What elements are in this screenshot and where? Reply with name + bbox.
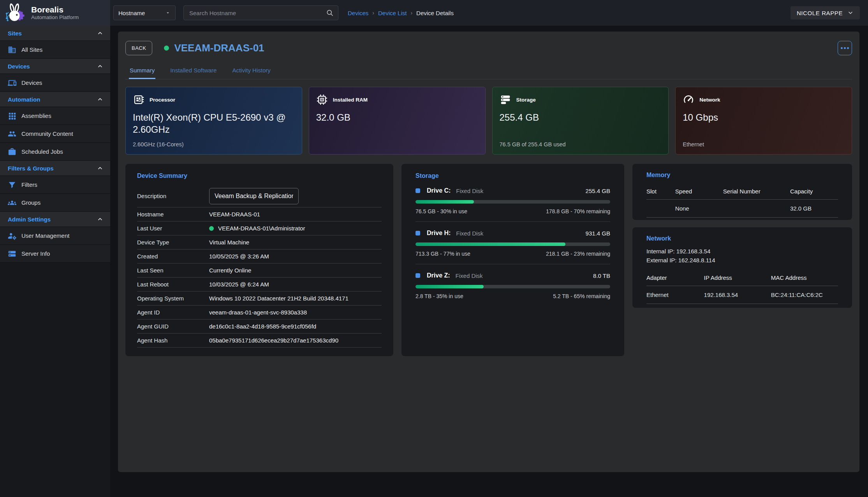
- search-icon[interactable]: [326, 9, 334, 17]
- summary-row-description: Description: [137, 185, 382, 207]
- summary-row-agent-hash: Agent Hash 05ba0e7935171d626ecea29b27d7a…: [137, 334, 382, 348]
- network-panel: Network Internal IP: 192.168.3.54 Extern…: [632, 227, 852, 308]
- breadcrumb-device-details: Device Details: [416, 10, 454, 16]
- memory-serial: [723, 200, 790, 218]
- memory-panel: Memory Slot Speed Serial Number Capacity: [632, 164, 852, 220]
- chevron-up-icon: [97, 96, 103, 102]
- summary-row-last-seen: Last Seen Currently Online: [137, 263, 382, 277]
- tab-installed-software[interactable]: Installed Software: [169, 64, 217, 79]
- memory-table: Slot Speed Serial Number Capacity None: [646, 185, 838, 218]
- sidebar-section-devices[interactable]: Devices: [0, 59, 110, 74]
- processor-value: Intel(R) Xeon(R) CPU E5-2690 v3 @ 2.60GH…: [133, 111, 295, 135]
- network-table: Adapter IP Address MAC Address Ethernet …: [646, 271, 838, 304]
- row-value: veeam-draas-01-agent-svc-8930a338: [209, 309, 307, 316]
- sidebar-item-assemblies[interactable]: Assemblies: [0, 107, 110, 125]
- storage-icon: [500, 94, 511, 105]
- section-label: Automation: [8, 96, 40, 103]
- sidebar-item-all-sites[interactable]: All Sites: [0, 41, 110, 59]
- online-status-dot: [209, 226, 214, 231]
- storage-card: Storage 255.4 GB 76.5 GB of 255.4 GB use…: [492, 87, 669, 155]
- drive-row-c: Drive C: Fixed Disk 255.4 GB 76.5 GB - 3…: [416, 179, 610, 222]
- online-status-dot: [164, 46, 169, 51]
- back-button[interactable]: BACK: [125, 41, 152, 55]
- panel-title: Device Summary: [137, 172, 382, 179]
- sidebar-item-filters[interactable]: Filters: [0, 176, 110, 194]
- drive-name: Drive Z:: [427, 272, 450, 279]
- sidebar-item-server-info[interactable]: Server Info: [0, 245, 110, 263]
- sidebar-item-label: Groups: [21, 199, 40, 206]
- user-menu-button[interactable]: NICOLE RAPPE: [791, 6, 860, 19]
- network-subtitle: Ethernet: [683, 141, 845, 148]
- drive-remaining-label: 178.8 GB - 70% remaining: [546, 208, 610, 214]
- summary-row-device-type: Device Type Virtual Machine: [137, 235, 382, 249]
- tab-activity-history[interactable]: Activity History: [231, 64, 271, 79]
- cpu-icon: [133, 94, 144, 105]
- row-value: VEEAM-DRAAS-01\Administrator: [218, 225, 305, 232]
- tab-bar: Summary Installed Software Activity Hist…: [125, 64, 852, 79]
- sidebar-item-groups[interactable]: Groups: [0, 194, 110, 212]
- column-header: MAC Address: [771, 271, 838, 286]
- app-logo[interactable]: Borealis Automation Platform: [0, 0, 110, 26]
- column-header: Slot: [646, 185, 675, 200]
- grid-icon: [8, 112, 16, 120]
- ram-icon: [316, 94, 328, 105]
- chevron-down-icon: [165, 10, 171, 16]
- section-label: Devices: [8, 63, 30, 70]
- top-bar: Borealis Automation Platform Hostname De…: [0, 0, 868, 26]
- funnel-icon: [8, 181, 16, 189]
- sidebar-item-label: Scheduled Jobs: [21, 148, 63, 155]
- drive-type: Fixed Disk: [456, 188, 483, 194]
- chevron-up-icon: [97, 30, 103, 36]
- more-actions-button[interactable]: [838, 41, 852, 55]
- summary-row-agent-id: Agent ID veeam-draas-01-agent-svc-8930a3…: [137, 306, 382, 320]
- breadcrumb-device-list[interactable]: Device List: [378, 10, 407, 16]
- description-input[interactable]: [209, 188, 299, 204]
- sidebar-item-label: Assemblies: [21, 112, 51, 119]
- user-name: NICOLE RAPPE: [797, 10, 843, 16]
- stat-card-title: Network: [699, 97, 720, 103]
- installed-ram-card: Installed RAM 32.0 GB: [309, 87, 486, 155]
- sidebar-item-scheduled-jobs[interactable]: Scheduled Jobs: [0, 143, 110, 161]
- summary-row-hostname: Hostname VEEAM-DRAAS-01: [137, 207, 382, 221]
- row-label: Device Type: [137, 239, 209, 246]
- sidebar-section-automation[interactable]: Automation: [0, 92, 110, 107]
- stat-card-title: Processor: [150, 97, 175, 103]
- main-content: BACK VEEAM-DRAAS-01 Summary Installed So…: [110, 26, 868, 497]
- chevron-up-icon: [97, 165, 103, 171]
- stat-cards-row: Processor Intel(R) Xeon(R) CPU E5-2690 v…: [125, 87, 852, 155]
- hostname-filter-select[interactable]: Hostname: [113, 5, 176, 20]
- tab-summary[interactable]: Summary: [129, 64, 155, 79]
- sidebar-section-admin-settings[interactable]: Admin Settings: [0, 212, 110, 227]
- breadcrumb-devices[interactable]: Devices: [348, 10, 368, 16]
- sidebar-item-user-management[interactable]: User Management: [0, 227, 110, 245]
- sidebar-section-filters-groups[interactable]: Filters & Groups: [0, 161, 110, 176]
- ellipsis-icon: [841, 47, 843, 49]
- drive-remaining-label: 5.2 TB - 65% remaining: [553, 293, 610, 299]
- drive-row-h: Drive H: Fixed Disk 931.4 GB 713.3 GB - …: [416, 222, 610, 264]
- summary-row-last-reboot: Last Reboot 10/03/2025 @ 6:24 AM: [137, 277, 382, 292]
- sidebar-item-label: Community Content: [21, 130, 73, 137]
- processor-card: Processor Intel(R) Xeon(R) CPU E5-2690 v…: [125, 87, 302, 155]
- rabbit-logo-icon: [4, 2, 26, 24]
- sidebar-item-community-content[interactable]: Community Content: [0, 125, 110, 143]
- sidebar-section-sites[interactable]: Sites: [0, 26, 110, 41]
- adapter-ip: 192.168.3.54: [704, 286, 771, 304]
- drive-used-label: 76.5 GB - 30% in use: [416, 208, 467, 214]
- summary-row-operating-system: Operating System Windows 10 2022 Datacen…: [137, 292, 382, 306]
- server-icon: [8, 249, 16, 258]
- network-value: 10 Gbps: [683, 111, 845, 123]
- drive-type: Fixed Disk: [456, 272, 483, 279]
- row-label: Last Seen: [137, 267, 209, 274]
- sidebar-item-devices[interactable]: Devices: [0, 74, 110, 92]
- storage-value: 255.4 GB: [500, 111, 662, 123]
- device-details-card: BACK VEEAM-DRAAS-01 Summary Installed So…: [118, 32, 859, 472]
- sidebar-item-label: Filters: [21, 181, 37, 188]
- column-header: Serial Number: [723, 185, 790, 200]
- section-label: Sites: [8, 30, 22, 37]
- breadcrumb-separator: ›: [410, 10, 412, 16]
- search-input[interactable]: [183, 5, 338, 20]
- drive-row-z: Drive Z: Fixed Disk 8.0 TB 2.8 TB - 35% …: [416, 264, 610, 299]
- row-value: Currently Online: [209, 267, 251, 274]
- drive-remaining-label: 218.1 GB - 23% remaining: [546, 251, 610, 257]
- drive-name: Drive C:: [427, 187, 451, 194]
